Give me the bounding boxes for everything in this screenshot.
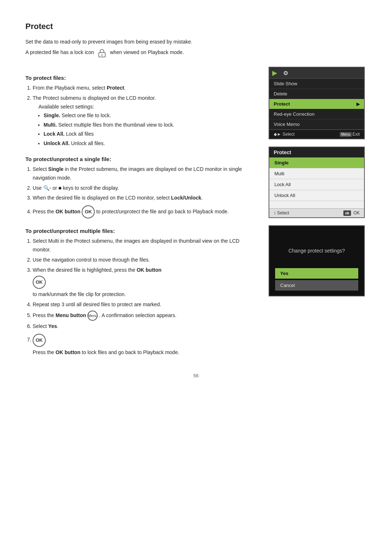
menu-item-delete: Delete (269, 89, 364, 99)
menu-item-multi: Multi (269, 168, 364, 179)
menu-footer-2: ↕ Select ok OK (269, 208, 364, 217)
svg-text:1: 1 (101, 53, 103, 57)
menu-item-lockall: Lock All (269, 179, 364, 190)
list-item: Select Yes. (33, 322, 254, 331)
menu-item-voicememo: Voice Memo (269, 119, 364, 130)
section2-heading: To protect/unprotect a single file: (25, 156, 254, 162)
ok-button-icon: OK (82, 205, 95, 218)
list-item: When the desired file is displayed on th… (33, 194, 254, 202)
content-layout: To protect files: From the Playback menu… (25, 67, 367, 358)
list-item: The Protect submenu is displayed on the … (33, 94, 254, 148)
list-item: Select Single in the Protect submenu, th… (33, 165, 254, 182)
menu-item-protect: Protect ▶ (269, 99, 364, 109)
play-icon: ▶ (272, 69, 277, 77)
left-column: To protect files: From the Playback menu… (25, 67, 254, 358)
ok-button-icon-2: OK (33, 276, 46, 289)
intro-paragraph-1: Set the data to read-only to prevent ima… (25, 38, 367, 46)
list-item: Unlock All. Unlock all files. (44, 139, 254, 148)
available-settings-label: Available select settings: (38, 103, 254, 111)
ok-label: ok OK (343, 210, 360, 216)
list-item: When the desired file is highlighted, pr… (33, 266, 254, 299)
list-item: Press the Menu button Menu . A confirmat… (33, 311, 254, 321)
section2-steps: Select Single in the Protect submenu, th… (33, 165, 254, 220)
menu-item-slideshow: Slide Show (269, 79, 364, 89)
menu-header: ▶ ⚙ (269, 67, 364, 79)
list-item: OK Press the OK button to lock files and… (33, 332, 254, 357)
list-item: Multi. Select multiple files from the th… (44, 121, 254, 130)
menu-item-single: Single (269, 157, 364, 168)
page-number: 56 (25, 373, 367, 378)
dialog-text: Change protect settings? (274, 248, 359, 254)
intro-paragraph-2: A protected file has a lock icon 1 when … (25, 48, 367, 57)
list-item: Lock All. Lock all files (44, 130, 254, 139)
yes-button[interactable]: Yes (275, 268, 358, 279)
ok-button-icon-3: OK (33, 334, 46, 347)
section3-steps: Select Multi in the Protect submenu, the… (33, 237, 254, 357)
lock-icon: 1 (97, 48, 107, 57)
dialog-area: Change protect settings? (269, 226, 364, 264)
bullet-list: Single. Select one file to lock. Multi. … (44, 111, 254, 148)
dialog-buttons: Yes Cancel (269, 264, 364, 296)
list-item: From the Playback menu, select Protect. (33, 84, 254, 93)
section1-steps: From the Playback menu, select Protect. … (33, 84, 254, 148)
select-label-2: ↕ Select (274, 210, 289, 216)
ok-badge: ok (343, 210, 351, 216)
list-item: Use 🔍◦ or ■ keys to scroll the display. (33, 184, 254, 193)
protect-menu-title: Protect (269, 147, 364, 157)
list-item: Use the navigation control to move throu… (33, 256, 254, 264)
page-title: Protect (25, 22, 367, 31)
protect-submenu-screenshot: Protect Single Multi Lock All Unlock All… (269, 147, 365, 218)
menu-button-icon: Menu (87, 311, 98, 321)
right-column: ▶ ⚙ Slide Show Delete Protect ▶ Red-eye … (269, 67, 367, 358)
cancel-button[interactable]: Cancel (275, 280, 358, 291)
select-label: ◆► Select (274, 132, 295, 137)
list-item: Repeat step 3 until all desired files to… (33, 300, 254, 309)
exit-label: MenuExit (340, 132, 360, 137)
menu-footer-1: ◆► Select MenuExit (269, 130, 364, 139)
section3-heading: To protect/unprotect multiple files: (25, 228, 254, 234)
list-item: Select Multi in the Protect submenu, the… (33, 237, 254, 254)
list-item: Press the OK button OK to protect/unprot… (33, 204, 254, 220)
list-item: Single. Select one file to lock. (44, 111, 254, 120)
chevron-right-icon: ▶ (356, 102, 360, 107)
playback-menu-screenshot: ▶ ⚙ Slide Show Delete Protect ▶ Red-eye … (269, 67, 365, 139)
menu-item-redeye: Red-eye Correction (269, 109, 364, 119)
protect-dialog-screenshot: Change protect settings? Yes Cancel (269, 225, 365, 296)
section1-heading: To protect files: (25, 75, 254, 81)
wrench-icon: ⚙ (283, 70, 288, 77)
menu-item-unlockall: Unlock All (269, 190, 364, 201)
